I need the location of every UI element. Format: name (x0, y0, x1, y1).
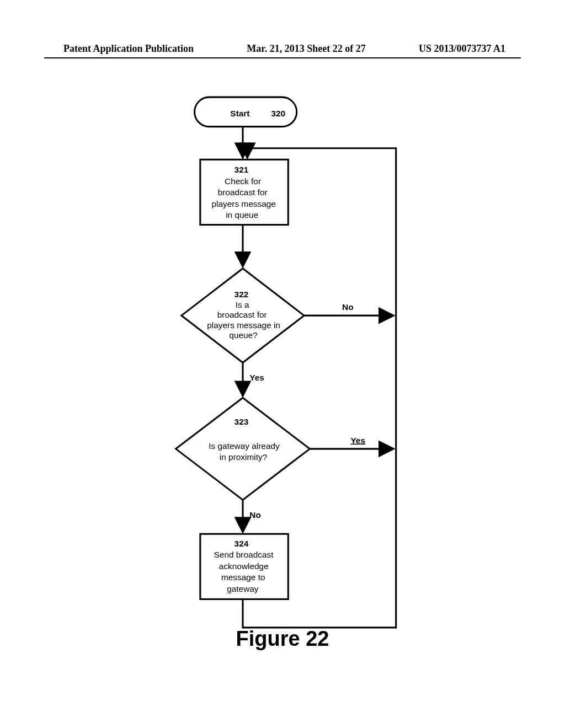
ref-322: 322 (234, 290, 249, 299)
page-header: Patent Application Publication Mar. 21, … (0, 43, 565, 55)
ref-321: 321 (234, 165, 249, 174)
figure-caption: Figure 22 (0, 627, 565, 651)
ref-324: 324 (234, 539, 249, 548)
l4-321: in queue (226, 210, 258, 220)
l3-322: players message in (207, 320, 280, 330)
l3-321: players message (211, 199, 275, 208)
label-323-no: No (249, 510, 261, 520)
l2-324: acknowledge (219, 561, 269, 571)
flowchart: Start 320 321 Check for broadcast for pl… (44, 72, 521, 673)
header-divider (44, 57, 521, 58)
l1-322: Is a (236, 300, 249, 309)
l2-323: in proximity? (220, 452, 267, 462)
l1-323: Is gateway already (209, 441, 280, 451)
l2-322: broadcast for (217, 310, 267, 319)
l2-321: broadcast for (218, 188, 268, 197)
drawing-sheet: Start 320 321 Check for broadcast for pl… (44, 72, 521, 673)
label-322-yes: Yes (249, 373, 264, 382)
header-left: Patent Application Publication (0, 43, 194, 55)
l4-324: gateway (227, 584, 259, 593)
start-label: Start (230, 109, 249, 118)
l4-322: queue? (229, 330, 257, 340)
label-323-yes: Yes (350, 436, 365, 445)
ref-323: 323 (234, 417, 249, 426)
page: Patent Application Publication Mar. 21, … (0, 0, 565, 728)
header-mid: Mar. 21, 2013 Sheet 22 of 27 (194, 43, 419, 55)
l1-324: Send broadcast (214, 550, 274, 559)
start-ref: 320 (271, 109, 285, 118)
label-322-no: No (342, 302, 354, 312)
l1-321: Check for (225, 176, 261, 186)
l3-324: message to (221, 572, 265, 582)
header-right: US 2013/0073737 A1 (419, 43, 565, 55)
